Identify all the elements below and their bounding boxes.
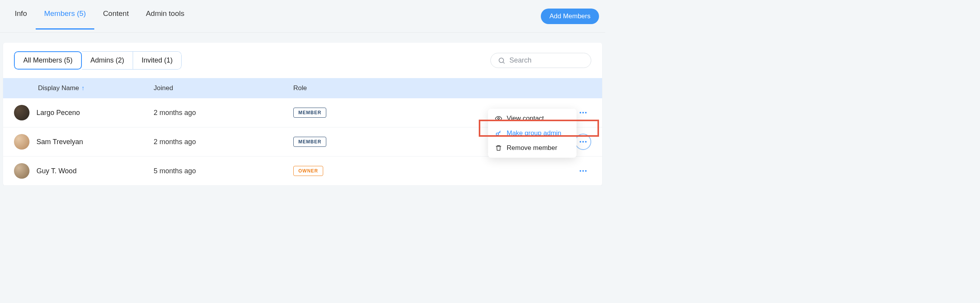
cell-role: OWNER [293,166,575,176]
dropdown-label: View contact [507,115,544,122]
more-icon [580,141,587,143]
member-name[interactable]: Largo Peceno [36,109,80,117]
avatar [14,163,29,179]
filter-all-members[interactable]: All Members (5) [14,51,82,70]
dropdown-make-admin[interactable]: Make group admin [488,126,577,141]
member-name[interactable]: Guy T. Wood [36,167,76,175]
dropdown-remove-member[interactable]: Remove member [488,141,577,155]
table-row: Sam Trevelyan 2 months ago MEMBER View c… [3,127,602,157]
cell-name: Sam Trevelyan [14,134,154,150]
table-row: Guy T. Wood 5 months ago OWNER [3,157,602,186]
dropdown-label: Make group admin [507,129,561,137]
eye-icon [495,115,502,122]
cell-joined: 2 months ago [154,109,293,117]
filter-group: All Members (5) Admins (2) Invited (1) [14,51,182,70]
search-field[interactable] [490,53,591,68]
dropdown-label: Remove member [507,144,557,152]
filter-invited[interactable]: Invited (1) [133,51,182,70]
more-icon [580,112,587,113]
search-icon [498,57,506,64]
tab-admin-tools[interactable]: Admin tools [137,3,193,30]
search-input[interactable] [509,56,584,64]
cell-joined: 2 months ago [154,138,293,146]
row-actions-dropdown: View contact Make group admin Remove mem… [488,109,577,158]
role-badge: MEMBER [293,137,326,147]
role-badge: OWNER [293,166,323,176]
row-actions-button[interactable] [575,163,591,179]
tab-info[interactable]: Info [6,3,36,30]
col-header-name[interactable]: Display Name ↑ [14,84,154,92]
cell-name: Guy T. Wood [14,163,154,179]
row-actions-button[interactable] [575,134,591,150]
tab-members[interactable]: Members (5) [36,3,95,30]
avatar [14,105,29,120]
add-members-button[interactable]: Add Members [541,9,599,24]
filters-row: All Members (5) Admins (2) Invited (1) [3,43,602,78]
member-name[interactable]: Sam Trevelyan [36,138,83,146]
dropdown-view-contact[interactable]: View contact [488,111,577,126]
nav-tabs: Info Members (5) Content Admin tools [6,3,193,30]
svg-line-1 [503,62,505,63]
cell-joined: 5 months ago [154,167,293,175]
navbar: Info Members (5) Content Admin tools Add… [0,0,605,33]
row-actions-button[interactable] [575,104,591,121]
table-header: Display Name ↑ Joined Role [3,78,602,98]
tab-content[interactable]: Content [94,3,137,30]
col-header-role[interactable]: Role [293,84,591,92]
more-icon [580,170,587,172]
col-header-joined[interactable]: Joined [154,84,293,92]
cell-name: Largo Peceno [14,105,154,120]
role-badge: MEMBER [293,108,326,118]
avatar [14,134,29,150]
key-icon [495,130,502,137]
svg-point-2 [498,118,500,120]
filter-admins[interactable]: Admins (2) [82,51,133,70]
members-card: All Members (5) Admins (2) Invited (1) D… [3,43,602,186]
sort-ascending-icon: ↑ [81,85,85,92]
svg-point-0 [499,58,504,63]
trash-icon [495,145,502,152]
col-header-name-label: Display Name [38,84,79,92]
